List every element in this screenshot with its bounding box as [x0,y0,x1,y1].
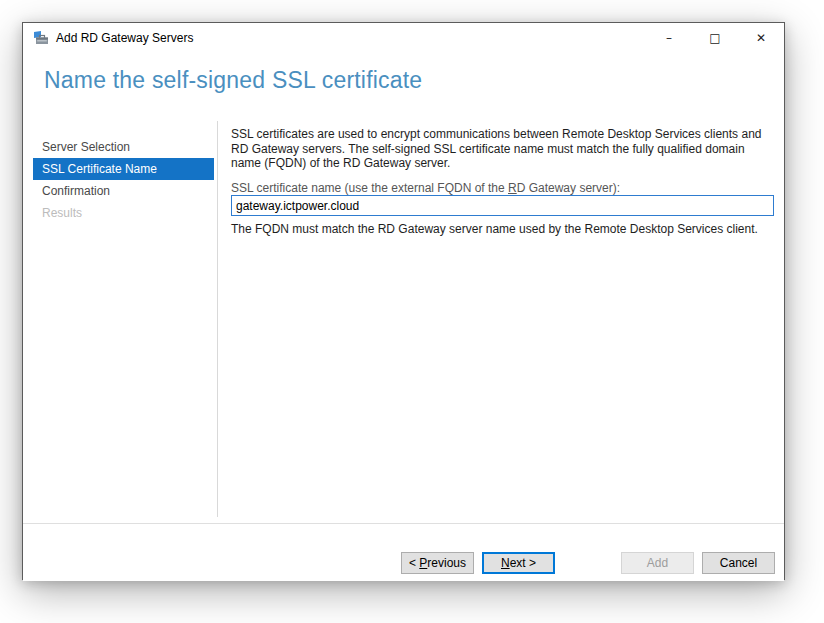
add-button: Add [621,552,694,574]
sidebar-content-divider [217,121,218,517]
window-title: Add RD Gateway Servers [56,23,193,53]
close-icon: ✕ [756,31,766,45]
sidebar-item-results: Results [33,202,214,224]
description-text: SSL certificates are used to encrypt com… [231,127,774,171]
cancel-button[interactable]: Cancel [702,552,775,574]
ssl-certificate-name-label: SSL certificate name (use the external F… [231,181,620,195]
next-button[interactable]: Next > [482,552,555,574]
minimize-button[interactable]: – [646,23,692,53]
page-title: Name the self-signed SSL certificate [44,67,422,94]
previous-button[interactable]: < Previous [401,552,474,574]
wizard-button-bar: < Previous Next > Add Cancel [23,523,784,581]
maximize-button[interactable]: □ [692,23,738,53]
sidebar-item-ssl-certificate-name[interactable]: SSL Certificate Name [33,158,214,180]
desktop-background: Add RD Gateway Servers – □ ✕ Name the se… [0,0,824,623]
window-controls: – □ ✕ [646,23,784,53]
close-button[interactable]: ✕ [738,23,784,53]
server-manager-icon [33,30,49,46]
wizard-steps-sidebar: Server Selection SSL Certificate Name Co… [33,136,214,224]
add-rd-gateway-servers-window: Add RD Gateway Servers – □ ✕ Name the se… [22,22,785,580]
sidebar-item-confirmation[interactable]: Confirmation [33,180,214,202]
maximize-icon: □ [709,31,720,45]
minimize-icon: – [666,31,672,45]
fqdn-note-text: The FQDN must match the RD Gateway serve… [231,222,774,237]
sidebar-item-server-selection[interactable]: Server Selection [33,136,214,158]
ssl-certificate-name-input[interactable] [231,195,774,216]
title-bar: Add RD Gateway Servers – □ ✕ [23,23,784,53]
